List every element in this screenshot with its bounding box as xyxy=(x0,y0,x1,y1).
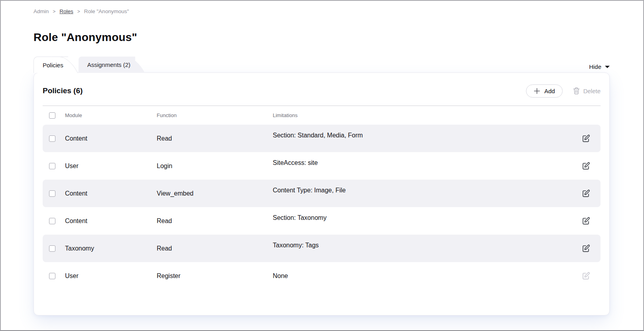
hide-toggle-button[interactable]: Hide xyxy=(589,63,610,70)
table-row: User Login SiteAccess: site xyxy=(43,152,601,180)
hide-toggle-label: Hide xyxy=(589,63,601,70)
page-content: Admin > Roles > Role "Anonymous" > Role … xyxy=(1,1,643,315)
add-button[interactable]: Add xyxy=(526,84,563,98)
edit-icon xyxy=(582,272,590,280)
row-checkbox[interactable] xyxy=(49,245,55,252)
edit-icon xyxy=(582,244,590,253)
row-limitations: Taxonomy: Tags xyxy=(273,242,575,249)
row-limitations: SiteAccess: site xyxy=(273,159,575,166)
page-title: Role "Anonymous" xyxy=(33,31,610,44)
panel-header: Policies (6) Add Delet xyxy=(43,84,601,98)
tab-label: Policies xyxy=(43,62,63,69)
row-function: View_embed xyxy=(157,190,273,197)
breadcrumb: Admin > Roles > Role "Anonymous" > xyxy=(33,8,610,14)
row-checkbox[interactable] xyxy=(49,218,55,224)
edit-policy-button[interactable] xyxy=(580,270,592,282)
row-function: Login xyxy=(157,163,273,170)
edit-policy-button[interactable] xyxy=(580,243,592,254)
tab-label: Assignments (2) xyxy=(87,61,130,68)
plus-icon xyxy=(534,88,540,94)
breadcrumb-separator: > xyxy=(77,9,80,14)
row-module: Content xyxy=(65,135,157,142)
row-module: Content xyxy=(65,217,157,225)
tab[interactable]: Assignments (2) xyxy=(79,57,135,73)
breadcrumb-separator: > xyxy=(53,9,55,14)
panel-actions: Add Delete xyxy=(526,84,601,98)
table-row: User Register None xyxy=(43,262,601,290)
column-header-function: Function xyxy=(157,112,273,118)
edit-policy-button[interactable] xyxy=(580,133,592,144)
edit-policy-button[interactable] xyxy=(580,188,592,199)
row-limitations: None xyxy=(273,272,575,280)
breadcrumb-link[interactable]: Admin xyxy=(33,8,49,14)
row-function: Read xyxy=(157,135,273,142)
table-row: Content Read Section: Taxonomy xyxy=(43,207,601,235)
breadcrumb-item: Roles > xyxy=(59,8,80,14)
table-row: Taxonomy Read Taxonomy: Tags xyxy=(43,235,601,262)
breadcrumb-link[interactable]: Roles xyxy=(59,8,73,14)
table-header: Module Function Limitations xyxy=(43,106,601,125)
row-function: Read xyxy=(157,245,273,252)
breadcrumb-link[interactable]: Role "Anonymous" xyxy=(84,8,129,14)
row-checkbox[interactable] xyxy=(49,273,55,279)
row-checkbox[interactable] xyxy=(49,135,55,142)
add-button-label: Add xyxy=(544,88,555,94)
delete-button-label: Delete xyxy=(583,88,601,94)
policies-panel: Policies (6) Add Delet xyxy=(33,72,610,315)
tab[interactable]: Policies xyxy=(33,57,68,73)
delete-button[interactable]: Delete xyxy=(573,87,601,94)
row-function: Read xyxy=(157,217,273,225)
table-body: Content Read Section: Standard, Media, F… xyxy=(43,125,601,290)
tab-bar: Policies Assignments (2) Hide xyxy=(33,57,610,73)
row-function: Register xyxy=(157,272,273,280)
panel-title: Policies (6) xyxy=(43,86,83,95)
select-all-checkbox[interactable] xyxy=(49,112,55,119)
chevron-down-icon xyxy=(605,66,610,68)
edit-icon xyxy=(582,217,590,225)
row-module: Taxonomy xyxy=(65,245,157,252)
edit-icon xyxy=(582,189,590,198)
row-checkbox[interactable] xyxy=(49,190,55,197)
table-row: Content View_embed Content Type: Image, … xyxy=(43,180,601,207)
breadcrumb-item: Admin > xyxy=(33,8,55,14)
row-limitations: Section: Standard, Media, Form xyxy=(273,132,575,139)
edit-icon xyxy=(582,162,590,170)
column-header-module: Module xyxy=(65,112,157,118)
app-window: Admin > Roles > Role "Anonymous" > Role … xyxy=(0,0,644,331)
row-module: User xyxy=(65,163,157,170)
row-module: Content xyxy=(65,190,157,197)
edit-icon xyxy=(582,134,590,143)
edit-policy-button[interactable] xyxy=(580,215,592,227)
row-checkbox[interactable] xyxy=(49,163,55,169)
row-limitations: Content Type: Image, File xyxy=(273,187,575,194)
row-module: User xyxy=(65,272,157,280)
edit-policy-button[interactable] xyxy=(580,160,592,172)
column-header-limitations: Limitations xyxy=(273,112,575,118)
trash-icon xyxy=(573,87,580,94)
row-limitations: Section: Taxonomy xyxy=(273,214,575,221)
breadcrumb-item: Role "Anonymous" > xyxy=(84,8,129,14)
table-row: Content Read Section: Standard, Media, F… xyxy=(43,125,601,152)
